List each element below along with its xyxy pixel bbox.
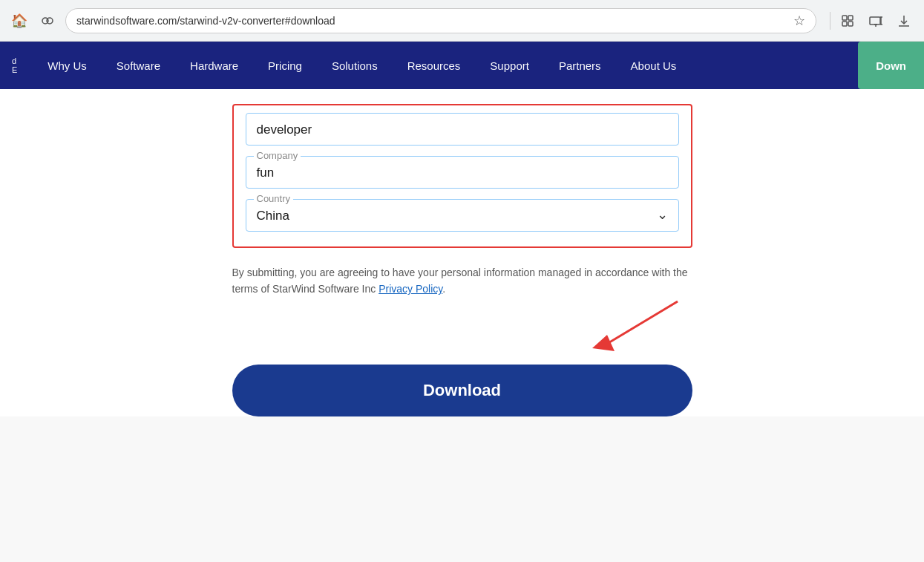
svg-point-1 (47, 18, 53, 24)
cast-icon[interactable] (865, 10, 887, 32)
main-content: developer Company fun Country China ⌄ (0, 89, 924, 416)
arrow-annotation (232, 298, 692, 357)
form-section: developer Company fun Country China ⌄ (232, 104, 692, 248)
form-area: developer Company fun Country China ⌄ (128, 89, 796, 416)
role-field-wrapper[interactable]: developer (246, 113, 679, 146)
tab-icon[interactable] (37, 10, 58, 31)
svg-marker-15 (592, 335, 615, 351)
bookmark-icon[interactable]: ☆ (793, 13, 805, 29)
svg-rect-3 (848, 16, 853, 20)
nav-item-solutions[interactable]: Solutions (317, 42, 393, 89)
country-field-wrapper[interactable]: Country China ⌄ (246, 199, 679, 232)
extension-icon[interactable] (836, 10, 859, 32)
home-button[interactable]: 🏠 (9, 10, 30, 31)
download-button-container: Download (232, 365, 692, 416)
company-field-value: fun (257, 163, 668, 180)
divider (830, 12, 830, 30)
arrow-svg (544, 298, 692, 357)
privacy-policy-link[interactable]: Privacy Policy (379, 283, 442, 295)
download-icon[interactable] (893, 10, 915, 32)
nav-item-pricing[interactable]: Pricing (253, 42, 317, 89)
nav-item-hardware[interactable]: Hardware (175, 42, 253, 89)
browser-chrome: 🏠 starwindsoftware.com/starwind-v2v-conv… (0, 0, 924, 42)
nav-item-partners[interactable]: Partners (544, 42, 616, 89)
field-group-role: developer (246, 113, 679, 146)
url-text: starwindsoftware.com/starwind-v2v-conver… (76, 15, 787, 27)
nav-item-support[interactable]: Support (475, 42, 544, 89)
privacy-text-before: By submitting, you are agreeing to have … (232, 267, 688, 295)
privacy-text: By submitting, you are agreeing to have … (232, 264, 692, 298)
address-bar[interactable]: starwindsoftware.com/starwind-v2v-conver… (65, 8, 816, 33)
nav-item-software[interactable]: Software (102, 42, 175, 89)
svg-rect-5 (848, 22, 853, 26)
country-field-value: China (257, 206, 289, 223)
nav-item-why-us[interactable]: Why Us (33, 42, 102, 89)
field-group-company: Company fun (246, 156, 679, 189)
country-label: Country (254, 193, 294, 204)
logo-line1: d (12, 56, 18, 65)
role-field-value: developer (257, 120, 668, 137)
browser-action-buttons (830, 10, 915, 32)
svg-line-14 (603, 301, 678, 346)
privacy-text-after: . (442, 283, 445, 295)
nav-item-about-us[interactable]: About Us (616, 42, 692, 89)
download-button[interactable]: Download (232, 365, 692, 416)
svg-rect-4 (842, 22, 847, 26)
nav-download-button[interactable]: Down (858, 42, 924, 89)
nav-logo: d E (12, 56, 18, 74)
nav-item-resources[interactable]: Resources (393, 42, 476, 89)
nav-bar: d E Why Us Software Hardware Pricing Sol… (0, 42, 924, 89)
svg-rect-2 (842, 16, 847, 20)
company-label: Company (254, 150, 301, 161)
chevron-down-icon: ⌄ (657, 206, 668, 223)
logo-line2: E (12, 65, 18, 74)
company-field-wrapper[interactable]: Company fun (246, 156, 679, 189)
svg-rect-6 (870, 17, 880, 24)
field-group-country: Country China ⌄ (246, 199, 679, 232)
